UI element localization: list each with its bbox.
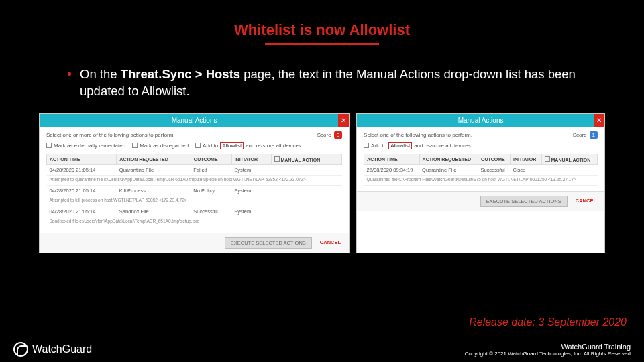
cell-outcome: Successful [191, 206, 231, 217]
panel-right: Manual Actions ✕ Select one of the follo… [356, 113, 605, 253]
cell-time: 04/28/2020 21:05:14 [47, 185, 117, 196]
cell-initiator: System [231, 206, 271, 217]
bullet-dot: • [67, 66, 72, 81]
cancel-button[interactable]: CANCEL [317, 237, 343, 249]
score-badge: 8 [334, 131, 342, 139]
allowlist-highlight: Allowlist [220, 142, 244, 149]
instruction-text: Select one of the following actions to p… [364, 132, 472, 138]
execute-button[interactable]: EXECUTE SELECTED ACTIONS [225, 237, 312, 249]
credits: WatchGuard Training Copyright © 2021 Wat… [465, 343, 631, 357]
cancel-button[interactable]: CANCEL [573, 196, 599, 207]
panel-header: Manual Actions ✕ [357, 114, 604, 127]
col-manual: MANUAL ACTION [541, 154, 597, 164]
credit-line1: WatchGuard Training [465, 343, 631, 351]
instruction-row: Select one or more of the following acti… [46, 132, 342, 138]
panel-body: Select one or more of the following acti… [40, 127, 349, 233]
score-wrap: Score8 [317, 132, 342, 138]
panel-left: Manual Actions ✕ Select one or more of t… [39, 113, 350, 253]
check-label: Mark as disregarded [140, 143, 189, 149]
check-allowlist[interactable]: Add to Allowlist and re-store all device… [195, 142, 301, 149]
score-wrap: Score1 [573, 132, 598, 138]
checkbox-icon[interactable] [545, 156, 550, 162]
slide-title: Whitelist is now Allowlist [0, 0, 644, 39]
score-badge: 1 [590, 131, 598, 139]
table-subrow: Attempted to quarantine file c:\Users\1\… [47, 175, 342, 185]
panel-actions: EXECUTE SELECTED ACTIONS CANCEL [40, 233, 349, 253]
instruction-row: Select one of the following actions to p… [364, 132, 598, 138]
cell-initiator: Cisco [511, 164, 542, 175]
table-row: 04/28/2020 21:05:14Sandbox FileSuccessfu… [47, 206, 342, 217]
allowlist-highlight: Allowlist [388, 142, 412, 149]
checkbox-icon [132, 143, 138, 148]
cell-manual [271, 206, 342, 217]
col-time: ACTION TIME [364, 154, 419, 164]
col-time: ACTION TIME [47, 154, 117, 164]
actions-table: ACTION TIME ACTION REQUESTED OUTCOME INI… [364, 154, 598, 186]
panel-header-text: Manual Actions [172, 117, 217, 124]
cell-time: 04/28/2020 21:05:14 [47, 206, 117, 217]
bullet-item: • On the Threat.Sync > Hosts page, the t… [0, 45, 644, 100]
bullet-text: On the Threat.Sync > Hosts page, the tex… [80, 66, 596, 100]
table-row: 04/28/2020 21:05:14Quarantine FileFailed… [47, 164, 342, 175]
cell-manual [541, 164, 597, 175]
cell-time: 04/28/2020 21:05:14 [47, 164, 117, 175]
check-allowlist[interactable]: Add to Allowlist and re-score all device… [364, 142, 471, 149]
col-action: ACTION REQUESTED [117, 154, 191, 164]
cell-initiator: System [231, 164, 271, 175]
table-subrow: Attempted to kill process on host WGTI.N… [47, 196, 342, 206]
cell-action: Kill Process [117, 185, 191, 196]
cell-outcome: Failed [191, 164, 231, 175]
release-date: Release date: 3 September 2020 [469, 316, 627, 328]
check-remediated[interactable]: Mark as externally remediated [46, 142, 125, 149]
check-label-post: and re-store all devices [246, 143, 301, 149]
actions-table: ACTION TIME ACTION REQUESTED OUTCOME INI… [46, 154, 342, 227]
logo-icon [13, 342, 28, 357]
footer: WatchGuard WatchGuard Training Copyright… [0, 342, 644, 357]
cell-outcome: Successful [478, 164, 510, 175]
check-disregarded[interactable]: Mark as disregarded [132, 142, 189, 149]
execute-button[interactable]: EXECUTE SELECTED ACTIONS [480, 196, 568, 207]
cell-action: Quarantine File [419, 164, 478, 175]
check-label-pre: Add to [371, 143, 386, 149]
cell-action: Sandbox File [117, 206, 191, 217]
col-initiator: INITIATOR [511, 154, 542, 164]
score-label: Score [573, 132, 587, 138]
col-outcome: OUTCOME [478, 154, 510, 164]
credit-line2: Copyright © 2021 WatchGuard Technologies… [465, 351, 631, 357]
cell-outcome: No Policy [191, 185, 231, 196]
check-label-pre: Add to [203, 143, 218, 149]
bullet-bold: Threat.Sync > Hosts [121, 67, 240, 81]
col-manual: MANUAL ACTION [271, 154, 342, 164]
panel-actions: EXECUTE SELECTED ACTIONS CANCEL [357, 191, 604, 211]
cell-manual [271, 164, 342, 175]
checkbox-row: Add to Allowlist and re-score all device… [364, 142, 598, 149]
checkbox-row: Mark as externally remediated Mark as di… [46, 142, 342, 149]
check-label-post: and re-score all devices [414, 143, 470, 149]
cell-manual [271, 185, 342, 196]
bullet-prefix: On the [80, 67, 121, 81]
col-initiator: INITIATOR [231, 154, 271, 164]
cell-time: 26/08/2020 09:34:19 [364, 164, 419, 175]
instruction-text: Select one or more of the following acti… [46, 132, 175, 138]
cell-action: Quarantine File [117, 164, 191, 175]
close-icon[interactable]: ✕ [594, 114, 604, 127]
brand-text: WatchGuard [32, 343, 92, 355]
close-icon[interactable]: ✕ [338, 114, 349, 127]
table-row: 26/08/2020 09:34:19Quarantine FileSucces… [364, 164, 598, 175]
brand-logo: WatchGuard [13, 342, 92, 357]
col-outcome: OUTCOME [191, 154, 231, 164]
checkbox-icon[interactable] [274, 156, 280, 162]
check-label: Mark as externally remediated [54, 143, 125, 149]
score-label: Score [317, 132, 331, 138]
checkbox-icon [364, 143, 369, 148]
panel-header-text: Manual Actions [458, 117, 504, 124]
cell-sub: Attempted to quarantine file c:\Users\1\… [47, 175, 342, 185]
table-subrow: Sandboxed file c:\Users\jfan\AppData\Loc… [47, 217, 342, 227]
table-header-row: ACTION TIME ACTION REQUESTED OUTCOME INI… [364, 154, 598, 164]
cell-initiator: System [231, 185, 271, 196]
checkbox-icon [195, 143, 201, 148]
col-manual-label: MANUAL ACTION [551, 158, 591, 162]
panel-body: Select one of the following actions to p… [357, 127, 604, 191]
cell-sub: Attempted to kill process on host WGTI.N… [47, 196, 342, 206]
cell-sub: Sandboxed file c:\Users\jfan\AppData\Loc… [47, 217, 342, 227]
